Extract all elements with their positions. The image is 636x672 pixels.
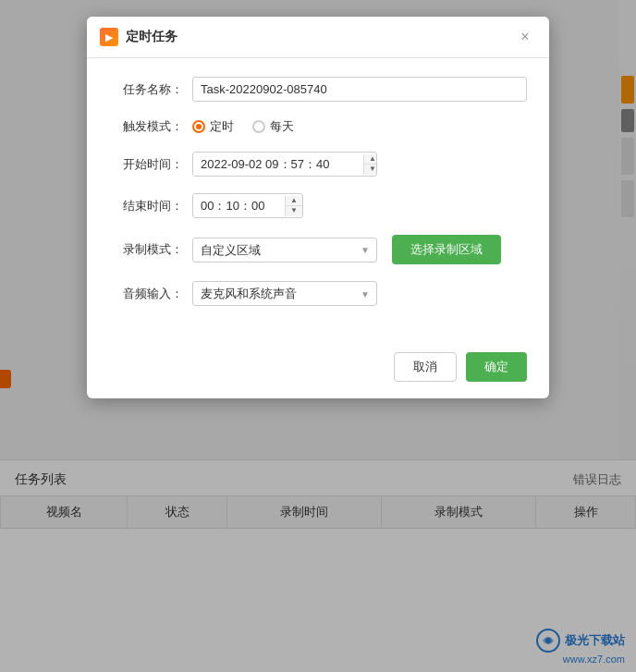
end-time-down-button[interactable]: ▼: [286, 206, 302, 216]
end-time-up-button[interactable]: ▲: [286, 196, 302, 206]
dialog-title: 定时任务: [126, 29, 514, 45]
audio-input-row: 音频输入： 麦克风和系统声音 仅麦克风 仅系统声音 无声音 ▼: [109, 281, 527, 306]
audio-select-wrapper: 麦克风和系统声音 仅麦克风 仅系统声音 无声音 ▼: [192, 281, 377, 306]
record-mode-select[interactable]: 自定义区域 全屏录制 窗口录制: [192, 238, 377, 263]
end-time-row: 结束时间： ▲ ▼: [109, 193, 527, 218]
confirm-button[interactable]: 确定: [466, 352, 527, 382]
record-mode-label: 录制模式：: [109, 241, 183, 258]
datetime-field: ▲ ▼: [192, 152, 377, 177]
end-time-wrapper: ▲ ▼: [192, 193, 527, 218]
audio-input-wrapper: 麦克风和系统声音 仅麦克风 仅系统声音 无声音 ▼: [192, 281, 527, 306]
end-time-input[interactable]: [193, 194, 285, 217]
end-time-label: 结束时间：: [109, 198, 183, 214]
app-icon: ▶: [105, 31, 113, 43]
start-time-wrapper: ▲ ▼: [192, 152, 527, 177]
start-time-down-button[interactable]: ▼: [364, 165, 377, 175]
cancel-button[interactable]: 取消: [394, 352, 457, 382]
radio-circle-daily: [252, 120, 265, 133]
task-name-input[interactable]: [192, 77, 527, 102]
start-time-input[interactable]: [193, 153, 363, 176]
record-mode-controls: 自定义区域 全屏录制 窗口录制 ▼ 选择录制区域: [192, 235, 527, 264]
dialog-titlebar: ▶ 定时任务 ×: [87, 17, 549, 58]
audio-input-label: 音频输入：: [109, 286, 183, 302]
task-name-row: 任务名称：: [109, 77, 527, 102]
dialog-close-button[interactable]: ×: [514, 26, 536, 48]
start-time-row: 开始时间： ▲ ▼: [109, 152, 527, 177]
dialog-footer: 取消 确定: [87, 341, 549, 398]
trigger-mode-row: 触发模式： 定时 每天: [109, 118, 527, 135]
select-region-button[interactable]: 选择录制区域: [392, 235, 501, 264]
record-mode-row: 录制模式： 自定义区域 全屏录制 窗口录制 ▼ 选择录制区域: [109, 235, 527, 264]
radio-group: 定时 每天: [192, 118, 527, 135]
record-mode-select-wrapper: 自定义区域 全屏录制 窗口录制 ▼: [192, 238, 377, 263]
radio-item-daily[interactable]: 每天: [252, 118, 294, 135]
trigger-mode-label: 触发模式：: [109, 118, 183, 135]
end-time-spinner: ▲ ▼: [285, 196, 302, 216]
trigger-mode-options: 定时 每天: [192, 118, 527, 135]
radio-circle-timed: [192, 120, 205, 133]
dialog-body: 任务名称： 触发模式： 定时: [87, 58, 549, 341]
scheduled-task-dialog: ▶ 定时任务 × 任务名称： 触发模式：: [87, 17, 549, 398]
dialog-icon: ▶: [100, 28, 118, 46]
dialog-overlay: ▶ 定时任务 × 任务名称： 触发模式：: [0, 0, 636, 672]
task-name-field-wrapper: [192, 77, 527, 102]
radio-label-timed: 定时: [210, 118, 234, 135]
task-name-label: 任务名称：: [109, 81, 183, 98]
start-time-up-button[interactable]: ▲: [364, 154, 377, 165]
record-mode-wrapper: 自定义区域 全屏录制 窗口录制 ▼ 选择录制区域: [192, 235, 527, 264]
audio-input-select[interactable]: 麦克风和系统声音 仅麦克风 仅系统声音 无声音: [192, 281, 377, 306]
start-time-label: 开始时间：: [109, 156, 183, 173]
start-time-spinner: ▲ ▼: [363, 154, 377, 175]
time-field: ▲ ▼: [192, 193, 303, 218]
radio-item-timed[interactable]: 定时: [192, 118, 234, 135]
radio-label-daily: 每天: [270, 118, 294, 135]
